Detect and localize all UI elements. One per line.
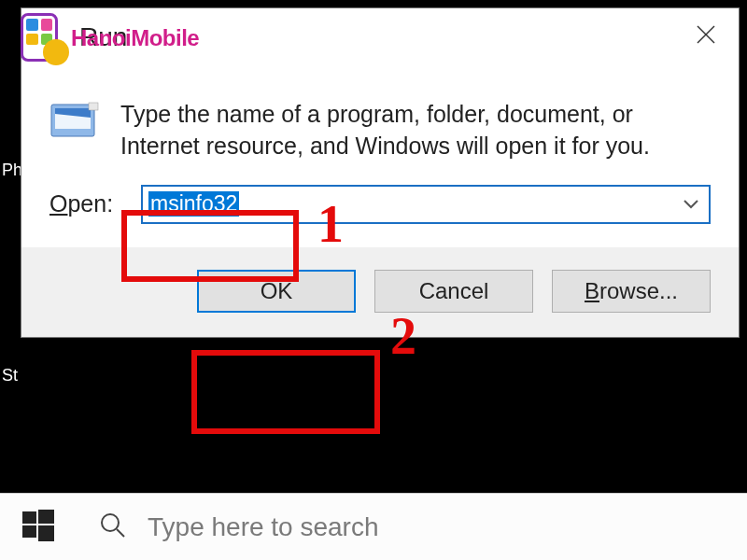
open-combobox[interactable]: msinfo32 (141, 185, 711, 224)
search-placeholder: Type here to search (148, 512, 378, 542)
svg-rect-8 (38, 525, 54, 541)
cancel-button[interactable]: Cancel (374, 270, 533, 313)
windows-logo-icon (22, 510, 54, 545)
instruction-text: Type the name of a program, folder, docu… (120, 99, 711, 162)
open-input-value: msinfo32 (148, 191, 239, 217)
svg-rect-7 (22, 525, 36, 538)
search-icon (99, 511, 127, 543)
taskbar-search[interactable]: Type here to search (77, 494, 747, 561)
watermark-logo: HanoiMobile (21, 13, 199, 63)
svg-rect-6 (38, 510, 54, 524)
taskbar: Type here to search (0, 493, 747, 560)
open-label: Open: (49, 190, 122, 217)
dialog-footer: OK Cancel Browse... (21, 247, 739, 337)
svg-line-10 (117, 529, 124, 537)
run-program-icon (49, 101, 100, 140)
dialog-body: Type the name of a program, folder, docu… (21, 66, 739, 247)
close-icon (695, 21, 717, 52)
svg-rect-4 (89, 103, 98, 110)
start-button[interactable] (0, 494, 77, 561)
svg-point-9 (102, 514, 119, 531)
svg-rect-5 (22, 511, 36, 524)
chevron-down-icon[interactable] (683, 196, 699, 213)
browse-button[interactable]: Browse... (552, 270, 711, 313)
close-button[interactable] (673, 8, 739, 64)
desktop-icon-fragment: St (0, 364, 20, 387)
ok-button[interactable]: OK (197, 270, 356, 313)
